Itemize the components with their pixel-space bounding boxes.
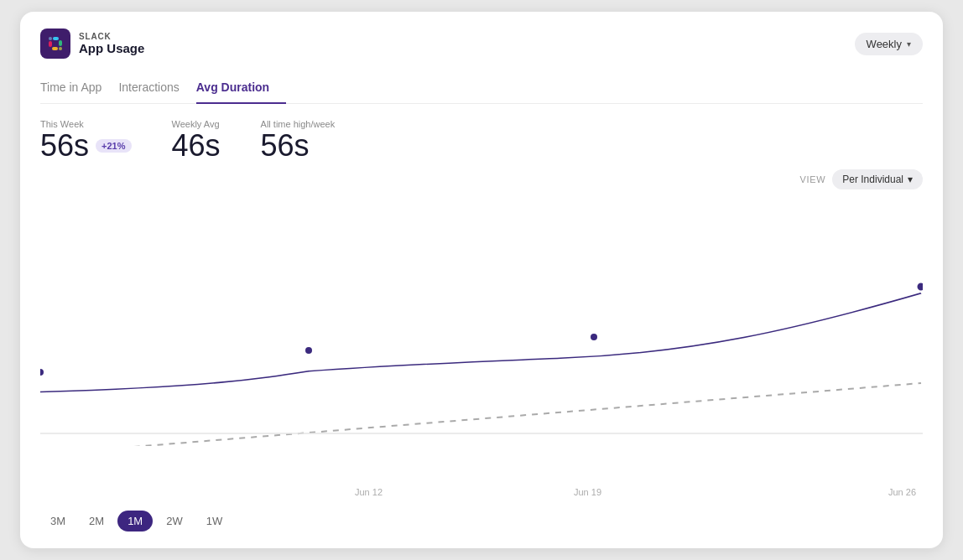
- brand-label: SLACK: [79, 32, 144, 41]
- period-selector[interactable]: Weekly ▾: [855, 33, 923, 55]
- chart-svg: [40, 194, 923, 446]
- chart-area: [40, 194, 923, 488]
- header-left: SLACK App Usage: [40, 29, 144, 59]
- tab-interactions[interactable]: Interactions: [118, 72, 195, 104]
- svg-rect-5: [59, 47, 62, 50]
- svg-rect-6: [53, 37, 59, 40]
- stat-this-week-label: This Week: [40, 119, 132, 129]
- data-point-3: [591, 334, 597, 340]
- stat-all-time-high: All time high/week 56s: [261, 119, 336, 161]
- app-name: App Usage: [79, 41, 144, 55]
- stat-this-week-value-row: 56s +21%: [40, 131, 132, 161]
- header: SLACK App Usage Weekly ▾: [40, 29, 923, 59]
- stats-row: This Week 56s +21% Weekly Avg 46s All ti…: [40, 119, 923, 161]
- stat-all-time-high-value-row: 56s: [261, 131, 336, 161]
- view-selector[interactable]: Per Individual ▾: [832, 169, 923, 189]
- svg-rect-0: [49, 41, 52, 47]
- view-btn-label: Per Individual: [842, 174, 903, 185]
- stat-weekly-avg-value: 46s: [172, 131, 221, 161]
- x-axis-labels: Jun 12 Jun 19 Jun 26: [40, 487, 923, 497]
- stat-weekly-avg: Weekly Avg 46s: [172, 119, 221, 161]
- filter-2m[interactable]: 2M: [79, 511, 114, 531]
- data-point-4: [918, 283, 924, 290]
- filter-2w[interactable]: 2W: [156, 511, 193, 531]
- time-filters: 3M 2M 1M 2W 1W: [40, 511, 923, 531]
- stat-weekly-avg-value-row: 46s: [172, 131, 221, 161]
- chevron-down-icon: ▾: [907, 39, 911, 49]
- filter-1m[interactable]: 1M: [117, 511, 153, 531]
- view-chevron-icon: ▾: [908, 174, 913, 185]
- filter-1w[interactable]: 1W: [196, 511, 233, 531]
- tabs-bar: Time in App Interactions Avg Duration: [40, 72, 923, 104]
- slack-logo: [40, 29, 70, 59]
- stat-all-time-high-value: 56s: [261, 131, 310, 161]
- data-point-1: [40, 369, 44, 376]
- dashed-trend-line: [40, 383, 921, 446]
- period-label: Weekly: [867, 38, 902, 50]
- data-point-2: [305, 347, 312, 354]
- solid-data-line: [40, 293, 921, 391]
- x-label-empty: [40, 487, 259, 497]
- chart-header: VIEW Per Individual ▾: [40, 169, 923, 189]
- stat-this-week-badge: +21%: [96, 139, 131, 153]
- stat-all-time-high-label: All time high/week: [261, 119, 336, 129]
- svg-rect-7: [49, 37, 52, 40]
- view-label: VIEW: [800, 174, 826, 184]
- app-title: SLACK App Usage: [79, 32, 144, 55]
- svg-rect-4: [52, 47, 58, 50]
- x-label-jun19: Jun 19: [478, 487, 697, 497]
- stat-this-week-value: 56s: [40, 131, 89, 161]
- svg-rect-2: [59, 40, 62, 46]
- main-card: SLACK App Usage Weekly ▾ Time in App Int…: [20, 12, 943, 548]
- filter-3m[interactable]: 3M: [40, 511, 75, 531]
- tab-avg-duration[interactable]: Avg Duration: [196, 72, 286, 104]
- tab-time-in-app[interactable]: Time in App: [40, 72, 118, 104]
- stat-this-week: This Week 56s +21%: [40, 119, 132, 161]
- stat-weekly-avg-label: Weekly Avg: [172, 119, 221, 129]
- x-label-jun26: Jun 26: [697, 487, 923, 497]
- x-label-jun12: Jun 12: [259, 487, 478, 497]
